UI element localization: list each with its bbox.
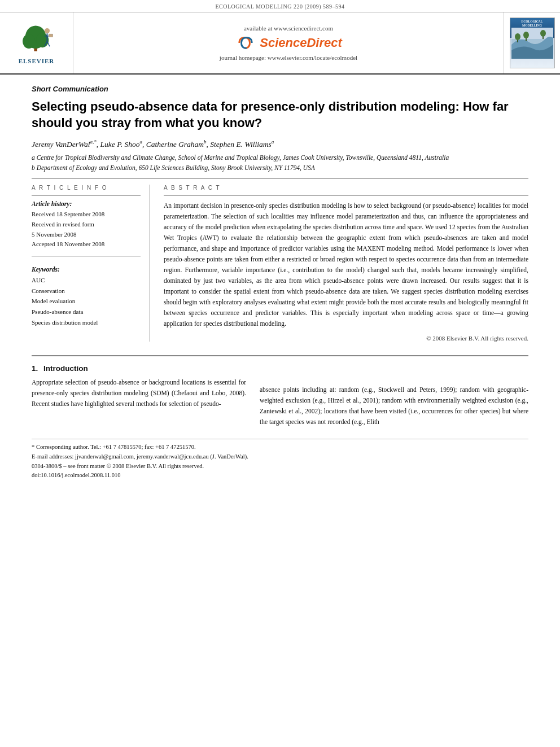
journal-header: ELSEVIER available at www.sciencedirect.… <box>0 12 560 75</box>
sd-science-text: Science <box>260 36 307 50</box>
svg-point-15 <box>523 32 529 38</box>
footnote-corresponding-text: * Corresponding author. Tel.: +61 7 4781… <box>32 444 196 450</box>
intro-text-right-content: absence points including at: random (e.g… <box>260 386 528 425</box>
footnote-issn-text: 0304-3800/$ – see front matter © 2008 El… <box>32 463 204 469</box>
keyword-model-eval: Model evaluation <box>32 296 141 307</box>
author3-name: , Catherine Graham <box>142 140 204 148</box>
affiliation-2: b Department of Ecology and Evolution, 6… <box>32 163 528 173</box>
journal-url: journal homepage: www.elsevier.com/locat… <box>220 54 357 61</box>
author4-sup: a <box>272 139 274 145</box>
journal-cover-image: ECOLOGICALMODELLING <box>510 18 555 68</box>
page: ECOLOGICAL MODELLING 220 (2009) 589–594 <box>0 0 560 747</box>
journal-cover-title: ECOLOGICALMODELLING <box>522 20 543 28</box>
intro-text-left: Appropriate selection of pseudo-absence … <box>32 377 246 409</box>
history-revised-date: 5 November 2008 <box>32 230 141 240</box>
main-content: Short Communication Selecting pseudo-abs… <box>0 75 560 347</box>
history-label: Article history: <box>32 200 141 207</box>
footnote-doi: doi:10.1016/j.ecolmodel.2008.11.010 <box>32 471 528 480</box>
footnote-doi-text: doi:10.1016/j.ecolmodel.2008.11.010 <box>32 472 120 478</box>
footnotes-section: * Corresponding author. Tel.: +61 7 4781… <box>32 439 528 480</box>
svg-point-17 <box>540 30 546 37</box>
intro-title: Introduction <box>43 364 88 373</box>
authors-line: Jeremy VanDerWala,*, Luke P. Shooa, Cath… <box>32 139 528 149</box>
intro-text-left-content: Appropriate selection of pseudo-absence … <box>32 379 246 407</box>
article-info-header: A R T I C L E I N F O <box>32 185 141 191</box>
footnote-email: E-mail addresses: jjvanderwal@gmail.com,… <box>32 452 528 462</box>
introduction-section: 1. Introduction Appropriate selection of… <box>0 364 560 427</box>
history-item-3: 5 November 2008 <box>32 231 76 238</box>
keywords-label: Keywords: <box>32 266 141 273</box>
journal-citation: ECOLOGICAL MODELLING 220 (2009) 589–594 <box>215 3 344 10</box>
author4-name: , Stephen E. Williams <box>207 140 272 148</box>
abstract-divider <box>164 195 528 196</box>
keywords-divider <box>32 256 141 257</box>
elsevier-label: ELSEVIER <box>19 58 55 64</box>
author1-sup: a,* <box>90 139 97 145</box>
author1-name: Jeremy VanDerWal <box>32 140 90 148</box>
article-title: Selecting pseudo-absence data for presen… <box>32 99 528 131</box>
abstract-text: An important decision in presence-only s… <box>164 200 528 329</box>
keyword-conservation: Conservation <box>32 286 141 296</box>
sd-direct-text: Direct <box>307 36 342 50</box>
history-item-1: Received 18 September 2008 <box>32 211 104 217</box>
history-revised-label: Received in revised form <box>32 220 141 230</box>
sciencedirect-logo: ScienceDirect <box>235 35 342 51</box>
sd-symbol-icon <box>235 35 256 51</box>
cover-art-icon <box>511 28 553 59</box>
history-item-4: Accepted 18 November 2008 <box>32 241 104 247</box>
article-info-divider <box>32 195 141 196</box>
svg-point-4 <box>44 28 49 33</box>
abstract-column: A B S T R A C T An important decision in… <box>164 185 528 342</box>
intro-text-right: absence points including at: random (e.g… <box>260 385 528 427</box>
abstract-header: A B S T R A C T <box>164 185 528 191</box>
journal-header-bar: ECOLOGICAL MODELLING 220 (2009) 589–594 <box>0 0 560 12</box>
article-section-type: Short Communication <box>32 85 528 93</box>
available-text: available at www.sciencedirect.com <box>244 25 333 32</box>
keyword-auc: AUC <box>32 275 141 286</box>
svg-rect-9 <box>49 34 53 37</box>
footnote-email-text: E-mail addresses: jjvanderwal@gmail.com,… <box>32 453 248 460</box>
elsevier-logo-section: ELSEVIER <box>0 12 73 73</box>
history-accepted: Accepted 18 November 2008 <box>32 239 141 250</box>
svg-point-13 <box>515 33 520 40</box>
keyword-species-dist: Species distribution model <box>32 317 141 328</box>
two-column-layout: A R T I C L E I N F O Article history: R… <box>32 185 528 342</box>
footnote-issn: 0304-3800/$ – see front matter © 2008 El… <box>32 462 528 471</box>
keyword-pseudo-absence: Pseudo-absence data <box>32 307 141 317</box>
history-item-2: Received in revised form <box>32 221 94 228</box>
copyright: © 2008 Elsevier B.V. All rights reserved… <box>164 335 528 342</box>
journal-cover-section: ECOLOGICALMODELLING <box>504 12 560 73</box>
affiliations: a Centre for Tropical Biodiversity and C… <box>32 152 528 173</box>
affiliation-1: a Centre for Tropical Biodiversity and C… <box>32 152 528 163</box>
intro-heading: 1. Introduction <box>32 364 246 373</box>
history-received: Received 18 September 2008 <box>32 209 141 220</box>
author2-name: , Luke P. Shoo <box>97 140 140 148</box>
sciencedirect-text: ScienceDirect <box>260 36 342 50</box>
elsevier-tree-icon <box>14 21 59 55</box>
header-divider <box>32 178 528 179</box>
header-center: available at www.sciencedirect.com Scien… <box>73 12 504 73</box>
svg-point-2 <box>23 34 35 49</box>
footnote-corresponding: * Corresponding author. Tel.: +61 7 4781… <box>32 443 528 452</box>
article-info-column: A R T I C L E I N F O Article history: R… <box>32 185 150 342</box>
intro-right-column: absence points including at: random (e.g… <box>260 364 528 427</box>
section-divider <box>32 355 528 356</box>
intro-number: 1. <box>32 364 38 373</box>
intro-left-column: 1. Introduction Appropriate selection of… <box>32 364 246 427</box>
